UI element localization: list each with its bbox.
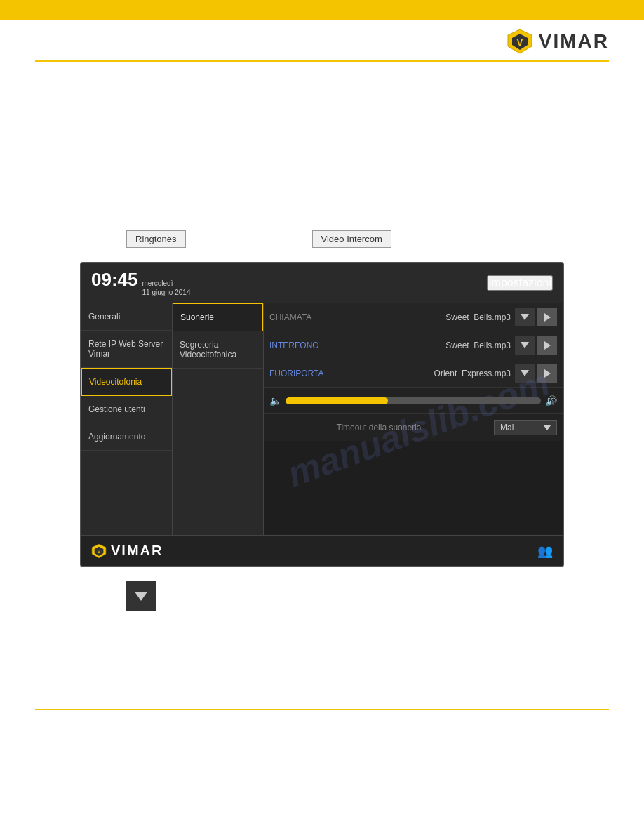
bottom-area <box>0 709 644 710</box>
device-header: 09:45 mercoledì 11 giugno 2014 Impostazi… <box>81 263 563 303</box>
play-icon <box>544 369 551 378</box>
chevron-down-icon <box>521 342 529 348</box>
play-interfono[interactable] <box>537 336 557 355</box>
timeout-select[interactable]: Mai <box>494 420 557 435</box>
device-footer-logo: V VIMAR <box>91 543 163 559</box>
volume-row: 🔈 🔊 <box>264 388 563 414</box>
top-bar <box>0 0 644 20</box>
vimar-logo-icon: V <box>507 28 533 55</box>
dropdown-chiamata[interactable] <box>515 308 535 326</box>
device-time: 09:45 mercoledì 11 giugno 2014 <box>91 269 190 297</box>
chevron-down-icon <box>521 314 529 320</box>
nav-item-gestione[interactable]: Gestione utenti <box>81 396 172 423</box>
chevron-down-icon <box>544 425 551 430</box>
volume-low-icon: 🔈 <box>269 395 281 406</box>
ringtone-file-interfono: Sweet_Bells.mp3 <box>333 340 515 350</box>
device-time-display: 09:45 <box>91 269 138 291</box>
timeout-label: Timeout della suoneria <box>269 423 488 432</box>
ringtone-file-chiamata: Sweet_Bells.mp3 <box>333 312 515 322</box>
footer-divider <box>35 709 609 710</box>
play-icon <box>544 313 551 322</box>
nav-item-generali[interactable]: Generali <box>81 303 172 331</box>
sub-nav-suonerie[interactable]: Suonerie <box>173 303 263 331</box>
ringtone-row-interfono: INTERFONO Sweet_Bells.mp3 <box>264 331 563 359</box>
nav-column: Generali Rete IP Web Server Vimar Videoc… <box>81 303 173 535</box>
video-intercom-annotation: Video Intercom <box>312 230 391 248</box>
users-icon: 👥 <box>537 543 553 559</box>
volume-slider-fill <box>286 397 388 404</box>
right-panel: CHIAMATA Sweet_Bells.mp3 INTERFONO Sweet… <box>264 303 563 535</box>
device-time-date: mercoledì 11 giugno 2014 <box>142 279 191 297</box>
dropdown-button-area <box>126 581 609 611</box>
nav-item-rete[interactable]: Rete IP Web Server Vimar <box>81 331 172 368</box>
ringtone-label-chiamata: CHIAMATA <box>269 312 333 322</box>
dropdown-fuoriporta[interactable] <box>515 364 535 383</box>
ringtone-label-interfono: INTERFONO <box>269 340 333 350</box>
settings-button[interactable]: Impostazioni <box>487 275 553 291</box>
ringtone-row-fuoriporta: FUORIPORTA Orient_Express.mp3 <box>264 359 563 388</box>
sub-nav-column: Suonerie Segreteria Videocitofonica <box>173 303 264 535</box>
ringtone-row-chiamata: CHIAMATA Sweet_Bells.mp3 <box>264 303 563 331</box>
annotation-area: Ringtones Video Intercom <box>126 230 609 248</box>
ringtone-label-fuoriporta: FUORIPORTA <box>269 369 333 378</box>
vimar-logo: V VIMAR <box>507 28 609 55</box>
volume-slider[interactable] <box>286 397 541 404</box>
ringtones-annotation: Ringtones <box>126 230 186 248</box>
play-fuoriporta[interactable] <box>537 364 557 383</box>
nav-item-videocitofonia[interactable]: Videocitofonia <box>81 368 172 396</box>
device-footer: V VIMAR 👥 <box>81 535 563 566</box>
dropdown-interfono[interactable] <box>515 336 535 355</box>
svg-text:V: V <box>516 37 523 48</box>
chevron-down-icon <box>521 370 529 376</box>
play-icon <box>544 341 551 350</box>
ringtone-file-fuoriporta: Orient_Express.mp3 <box>333 369 515 378</box>
device-footer-logo-text: VIMAR <box>111 543 163 559</box>
device-screen: 09:45 mercoledì 11 giugno 2014 Impostazi… <box>80 262 564 567</box>
nav-item-aggiornamento[interactable]: Aggiornamento <box>81 423 172 451</box>
vimar-logo-text: VIMAR <box>539 30 609 53</box>
vimar-footer-logo-icon: V <box>91 543 107 559</box>
dropdown-small-button[interactable] <box>126 581 156 611</box>
svg-text:V: V <box>97 548 101 555</box>
play-chiamata[interactable] <box>537 308 557 326</box>
volume-high-icon: 🔊 <box>545 395 557 406</box>
chevron-down-icon <box>135 592 147 601</box>
header: V VIMAR <box>0 20 644 60</box>
content-area: Ringtones Video Intercom 09:45 mercoledì… <box>0 62 644 625</box>
timeout-row: Timeout della suoneria Mai <box>264 414 563 441</box>
timeout-value: Mai <box>500 423 538 432</box>
device-body: Generali Rete IP Web Server Vimar Videoc… <box>81 303 563 535</box>
sub-nav-segreteria[interactable]: Segreteria Videocitofonica <box>173 331 263 369</box>
